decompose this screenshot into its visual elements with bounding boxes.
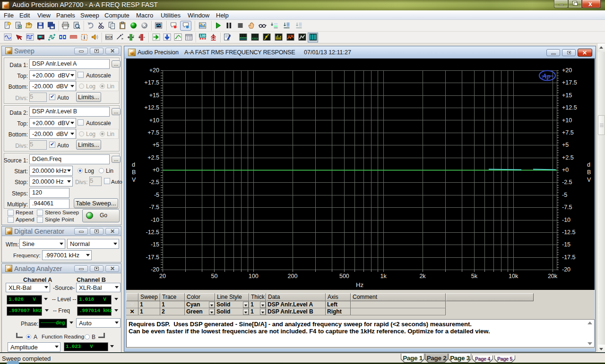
svg-text:-2.5: -2.5 — [149, 179, 159, 186]
svg-text:200: 200 — [288, 273, 298, 279]
svg-text:V: V — [132, 177, 136, 183]
svg-text:+20: +20 — [562, 67, 572, 74]
svg-text:-7.5: -7.5 — [562, 204, 572, 211]
svg-text:+0: +0 — [562, 167, 569, 173]
svg-text:-15: -15 — [562, 241, 570, 248]
svg-text:1.00: 1.00 — [199, 34, 206, 37]
svg-text:+10: +10 — [149, 117, 159, 124]
svg-text:-20: -20 — [151, 266, 159, 273]
svg-text:DCX: DCX — [105, 35, 112, 39]
svg-text:+12.5: +12.5 — [144, 104, 159, 111]
svg-text:-5: -5 — [562, 192, 567, 198]
svg-text:+2.5: +2.5 — [562, 154, 574, 161]
svg-text:B: B — [587, 169, 591, 176]
svg-text:10k: 10k — [509, 273, 519, 279]
svg-text:20k: 20k — [548, 273, 558, 279]
svg-text:100: 100 — [249, 273, 259, 279]
svg-text:-17.5: -17.5 — [562, 254, 576, 261]
svg-text:+17.5: +17.5 — [144, 79, 159, 86]
svg-text:V: V — [587, 177, 591, 183]
svg-text:1k: 1k — [380, 273, 387, 279]
svg-text:d: d — [587, 161, 590, 168]
svg-text:-2.5: -2.5 — [562, 179, 572, 186]
svg-text:Hz: Hz — [356, 281, 363, 288]
svg-text:+17.5: +17.5 — [562, 79, 577, 86]
svg-text:+15: +15 — [562, 92, 572, 99]
svg-text:500: 500 — [339, 273, 349, 279]
svg-text:+0: +0 — [153, 167, 159, 173]
svg-text:+7.5: +7.5 — [562, 129, 574, 136]
svg-text:-10: -10 — [151, 217, 159, 223]
svg-text:i: i — [84, 35, 85, 40]
svg-text:-7.5: -7.5 — [149, 204, 159, 211]
svg-text:-20: -20 — [562, 266, 570, 273]
svg-text:+10: +10 — [562, 117, 572, 124]
svg-text:-12.5: -12.5 — [562, 229, 576, 236]
svg-text:d: d — [132, 161, 135, 168]
svg-text:2k: 2k — [419, 273, 426, 279]
svg-text:50: 50 — [211, 273, 217, 279]
svg-text:+12.5: +12.5 — [562, 104, 577, 111]
svg-text:5k: 5k — [471, 273, 478, 279]
svg-text:+5: +5 — [562, 142, 569, 148]
svg-text:-17.5: -17.5 — [146, 254, 160, 261]
svg-text:-15: -15 — [151, 241, 159, 248]
svg-text:-12.5: -12.5 — [146, 229, 160, 236]
svg-text:-10: -10 — [562, 217, 570, 223]
svg-text:+5: +5 — [153, 142, 159, 148]
svg-text:-5: -5 — [154, 192, 159, 198]
svg-text:+7.5: +7.5 — [147, 129, 159, 136]
svg-text:20: 20 — [159, 273, 166, 279]
svg-text:+2.5: +2.5 — [147, 154, 159, 161]
svg-text:+20: +20 — [149, 67, 159, 74]
svg-text:B: B — [132, 169, 136, 176]
svg-text:+15: +15 — [149, 92, 159, 99]
